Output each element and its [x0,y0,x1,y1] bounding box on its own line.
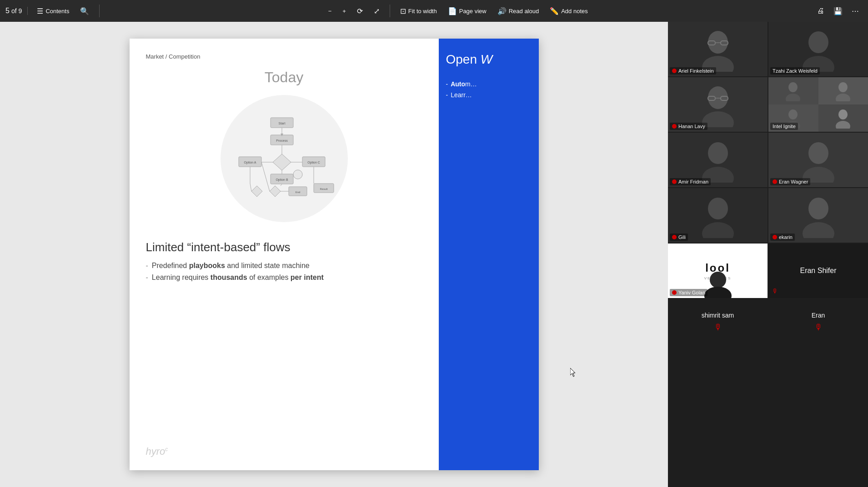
toolbar-center-controls: − + ⟳ ⤢ ⊡ Fit to width 📄 Page view 🔊 Rea… [106,5,810,17]
fit-width-icon: ⊡ [400,7,406,15]
svg-point-43 [838,82,848,92]
slide-bottom-section: Limited “intent-based” flows Predefined … [146,240,422,285]
separator2 [390,5,390,17]
svg-point-53 [708,198,728,219]
svg-marker-6 [273,154,291,170]
svg-point-41 [788,82,798,92]
blue-bullet-1: - Autom… [446,80,532,88]
save-button[interactable]: 💾 [830,5,846,17]
participant-tile-eran-wagner: Eran Wagner [768,133,868,187]
participant-tile-eran-audio: Eran 🎙 [768,299,868,344]
svg-text:Process: Process [276,139,288,142]
tzahi-silhouette [800,26,837,72]
yaniv-label: Yaniv Golan [670,289,707,296]
contents-label: Contents [45,8,69,15]
participant-tile-yaniv: lool VENTURES Yaniv Golan [668,244,768,298]
speaker-icon: 🔊 [497,7,507,15]
mic-muted-eran-shifer-icon: 🎙 [772,288,778,295]
slide-content: Market / Competition Today Start Process [130,39,439,470]
page-view-label: Page view [459,8,487,15]
fit-to-width-label: Fit to width [408,8,437,15]
svg-text:Option B: Option B [276,178,288,182]
slide-card: Open W - Autom… - Learr… [130,39,539,470]
mic-muted-yaniv-icon [672,290,677,295]
page-icon: 📄 [448,7,457,15]
participant-tile-tzahi: Tzahi Zack Weisfeld [768,22,868,76]
slide-blue-panel: Open W - Autom… - Learr… [439,39,539,470]
tzahi-name: Tzahi Zack Weisfeld [773,68,818,74]
participant-tile-gili: Gili [668,188,768,243]
participant-tile-ekarin: ekarin [768,188,868,243]
fullscreen-button[interactable]: ⤢ [370,5,383,17]
page-view-button[interactable]: 📄 Page view [444,5,490,17]
gili-silhouette [700,193,736,238]
intel-name: Intel Ignite [773,124,796,129]
search-icon: 🔍 [80,7,89,15]
svg-point-29 [708,31,728,54]
svg-text:Option A: Option A [244,161,256,164]
zoom-out-button[interactable]: − [325,6,336,16]
svg-line-24 [250,184,251,191]
contents-button[interactable]: ☰ Contents [33,5,73,17]
tzahi-label: Tzahi Zack Weisfeld [770,67,820,75]
add-notes-button[interactable]: ✏️ Add notes [546,5,592,17]
svg-point-51 [808,142,828,164]
total-pages: 9 [19,7,22,15]
list-icon: ☰ [37,7,43,15]
amir-silhouette [700,137,736,183]
search-button[interactable]: 🔍 [76,5,93,17]
ekarin-label: ekarin [770,234,795,241]
eran-wagner-name: Eran Wagner [779,179,808,184]
mic-muted-ekarin-icon [773,235,777,239]
svg-point-57 [710,272,726,288]
hyro-logo: hyroc [146,446,168,457]
mic-muted-gili-icon [672,235,677,239]
slide-wrapper: Open W - Autom… - Learr… [0,22,668,487]
page-of-label: of [11,7,17,15]
svg-point-44 [836,94,850,101]
svg-point-48 [836,121,850,129]
video-sidebar: Ariel Finkelstein Tzahi Zack Weisfeld [668,22,868,487]
print-icon: 🖨 [817,7,824,15]
svg-point-55 [808,198,828,219]
participant-tile-shimrit: shimrit sam 🎙 [668,299,768,344]
svg-text:End: End [295,191,300,194]
svg-marker-17 [251,186,262,197]
read-aloud-label: Read aloud [509,8,539,15]
participant-tile-intel: Intel Ignite [768,77,868,132]
ariel-label: Ariel Finkelstein [670,67,716,75]
more-button[interactable]: ⋯ [848,5,863,17]
svg-point-36 [708,86,728,109]
participant-tile-hanan: Hanan Lavy [668,77,768,132]
participant-tile-ariel: Ariel Finkelstein [668,22,768,76]
svg-point-58 [704,287,732,298]
gili-label: Gili [670,234,688,241]
reset-zoom-button[interactable]: ⟳ [353,5,366,17]
mic-muted-icon [672,69,677,73]
participant-tile-amir: Amir Fridman [668,133,768,187]
ariel-name: Ariel Finkelstein [678,68,714,74]
mic-muted-eran-icon [773,179,777,184]
reset-icon: ⟳ [357,7,363,15]
svg-marker-18 [270,186,281,197]
current-page: 5 [5,7,10,15]
pencil-icon: ✏️ [550,7,559,15]
hanan-name: Hanan Lavy [678,124,705,129]
svg-point-45 [788,109,798,119]
fit-to-width-button[interactable]: ⊡ Fit to width [396,5,441,17]
breadcrumb: Market / Competition [146,53,422,60]
read-aloud-button[interactable]: 🔊 Read aloud [494,5,543,17]
eran-wagner-label: Eran Wagner [770,178,810,185]
print-button[interactable]: 🖨 [813,5,828,17]
svg-point-42 [786,94,800,101]
mic-muted-amir-icon [672,179,677,184]
svg-point-47 [838,109,848,119]
main-content: Open W - Autom… - Learr… [0,22,868,487]
toolbar-right-controls: 🖨 💾 ⋯ [813,5,863,17]
shimrit-name: shimrit sam [702,312,734,319]
blue-heading: Open W [446,52,532,67]
bullet-item-2: Learning requires thousands of examples … [146,273,422,282]
today-heading: Today [146,69,422,86]
zoom-in-button[interactable]: + [339,6,350,16]
flow-diagram-svg: Start Process Option A [225,113,343,204]
